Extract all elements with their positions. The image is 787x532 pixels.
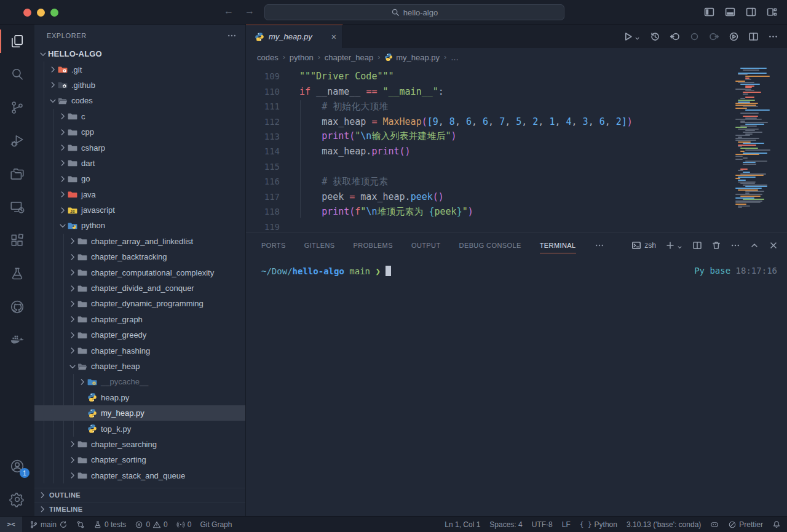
tree-item-chapter_divide_and_conquer[interactable]: chapter_divide_and_conquer — [34, 280, 245, 296]
activity-explorer[interactable] — [0, 25, 34, 58]
tree-item-chapter_dynamic_programming[interactable]: chapter_dynamic_programming — [34, 296, 245, 311]
status-indentation[interactable]: Spaces: 4 — [489, 520, 522, 529]
panel-tabs-more-icon[interactable] — [595, 240, 604, 250]
tree-item-chapter_backtracking[interactable]: chapter_backtracking — [34, 249, 245, 264]
tree-item-csharp[interactable]: csharp — [34, 140, 245, 155]
status-copilot[interactable] — [710, 520, 719, 529]
status-tests[interactable]: 0 tests — [93, 520, 126, 529]
layout-customize-icon[interactable] — [767, 7, 777, 17]
tree-item-dart[interactable]: dart — [34, 156, 245, 171]
new-terminal-button[interactable] — [665, 240, 683, 250]
layout-sidebar-left-icon[interactable] — [704, 7, 714, 17]
nav-forward-circle-button[interactable] — [709, 31, 719, 42]
tree-item-codes[interactable]: codes — [34, 93, 245, 108]
nav-back-circle-button[interactable] — [670, 31, 680, 42]
activity-remote-explorer[interactable] — [0, 191, 34, 224]
tree-item-chapter_hashing[interactable]: chapter_hashing — [34, 343, 245, 358]
status-eol[interactable]: LF — [562, 520, 571, 529]
status-git-graph[interactable]: Git Graph — [200, 520, 232, 529]
tree-item-.git[interactable]: .git — [34, 62, 245, 77]
tree-item-my_heap.py[interactable]: my_heap.py — [34, 405, 245, 421]
remote-indicator[interactable]: >< — [0, 517, 22, 532]
activity-github[interactable] — [0, 290, 34, 324]
tree-item-heap.py[interactable]: heap.py — [34, 390, 245, 405]
close-panel-button[interactable] — [769, 240, 778, 250]
activity-source-control[interactable] — [0, 91, 34, 124]
status-problems[interactable]: 00 — [135, 520, 167, 529]
panel-tab-problems[interactable]: PROBLEMS — [354, 233, 393, 258]
close-window-button[interactable] — [23, 9, 31, 17]
terminal-content[interactable]: ~/Dow/hello-algo main ❯ Py base 18:17:16 — [246, 258, 787, 516]
minimap[interactable] — [735, 68, 781, 209]
status-git-branch[interactable]: main — [30, 520, 68, 529]
status-prettier[interactable]: Prettier — [728, 520, 763, 529]
tab-my-heap-py[interactable]: my_heap.py × — [246, 25, 343, 48]
activity-run-debug[interactable] — [0, 124, 34, 157]
status-encoding[interactable]: UTF-8 — [532, 520, 553, 529]
sidebar-section-timeline[interactable]: TIMELINE — [34, 502, 245, 516]
maximize-window-button[interactable] — [50, 9, 58, 17]
command-center-search[interactable]: hello-algo — [264, 4, 564, 20]
split-terminal-button[interactable] — [692, 240, 702, 250]
tree-item-__pycache__[interactable]: __pycache__ — [34, 374, 245, 389]
activity-extensions[interactable] — [0, 224, 34, 257]
kill-terminal-button[interactable] — [711, 240, 721, 250]
tree-item-chapter_stack_and_queue[interactable]: chapter_stack_and_queue — [34, 468, 245, 483]
panel-tab-gitlens[interactable]: GITLENS — [304, 233, 335, 258]
tree-item-go[interactable]: go — [34, 171, 245, 186]
more-actions-button[interactable] — [768, 31, 778, 42]
activity-search[interactable] — [0, 58, 34, 91]
activity-folder-library[interactable] — [0, 157, 34, 191]
run-python-file-button[interactable] — [623, 31, 641, 42]
tree-item-chapter_heap[interactable]: chapter_heap — [34, 359, 245, 374]
activity-docker[interactable] — [0, 324, 34, 357]
run-or-debug-button[interactable] — [729, 31, 739, 42]
status-language-mode[interactable]: { }Python — [580, 520, 617, 529]
tree-item-chapter_graph[interactable]: chapter_graph — [34, 312, 245, 327]
tree-item-c[interactable]: c — [34, 109, 245, 124]
minimize-window-button[interactable] — [37, 9, 45, 17]
breadcrumb-item-chapter_heap[interactable]: chapter_heap — [325, 53, 374, 62]
tree-item-HELLO-ALGO[interactable]: HELLO-ALGO — [34, 46, 245, 62]
breadcrumb-item-codes[interactable]: codes — [257, 53, 279, 62]
terminal-shell-selector[interactable]: zsh — [631, 240, 656, 250]
tree-item-chapter_greedy[interactable]: chapter_greedy — [34, 327, 245, 343]
split-editor-button[interactable] — [748, 31, 759, 42]
breadcrumb-item-python[interactable]: python — [290, 53, 314, 62]
nav-current-circle-button[interactable] — [689, 31, 700, 42]
tree-item-python[interactable]: python — [34, 218, 245, 233]
tree-item-java[interactable]: java — [34, 187, 245, 202]
tree-item-chapter_sorting[interactable]: chapter_sorting — [34, 452, 245, 467]
tree-item-top_k.py[interactable]: top_k.py — [34, 421, 245, 436]
tree-item-javascript[interactable]: JSjavascript — [34, 202, 245, 218]
status-cursor-position[interactable]: Ln 1, Col 1 — [445, 520, 480, 529]
activity-settings[interactable] — [0, 483, 34, 516]
status-python-interpreter[interactable]: 3.10.13 ('base': conda) — [627, 520, 701, 529]
layout-sidebar-right-icon[interactable] — [746, 7, 756, 17]
tree-item-chapter_searching[interactable]: chapter_searching — [34, 437, 245, 452]
panel-tab-debug-console[interactable]: DEBUG CONSOLE — [459, 233, 521, 258]
status-git-compare[interactable] — [76, 520, 85, 529]
back-arrow-icon[interactable]: ← — [223, 6, 235, 17]
tree-item-chapter_computational_complexity[interactable]: chapter_computational_complexity — [34, 264, 245, 280]
tree-item-cpp[interactable]: cpp — [34, 124, 245, 140]
panel-tab-output[interactable]: OUTPUT — [411, 233, 441, 258]
forward-arrow-icon[interactable]: → — [243, 6, 256, 17]
tree-item-chapter_array_and_linkedlist[interactable]: chapter_array_and_linkedlist — [34, 234, 245, 249]
explorer-more-actions-icon[interactable] — [227, 31, 237, 41]
layout-panel-icon[interactable] — [725, 7, 735, 17]
sidebar-section-outline[interactable]: OUTLINE — [34, 488, 245, 502]
panel-tab-terminal[interactable]: TERMINAL — [540, 233, 576, 258]
close-tab-icon[interactable]: × — [331, 32, 336, 42]
code-editor[interactable]: 109"""Driver Code"""110if __name__ == "_… — [246, 66, 787, 232]
maximize-panel-button[interactable] — [749, 240, 759, 250]
timeline-history-button[interactable] — [650, 31, 660, 42]
status-notifications[interactable] — [772, 520, 781, 529]
activity-accounts[interactable]: 1 — [0, 450, 34, 483]
breadcrumb-item-my_heap.py[interactable]: my_heap.py — [384, 53, 440, 62]
panel-more-actions-button[interactable] — [730, 240, 740, 250]
activity-testing[interactable] — [0, 257, 34, 290]
breadcrumb-item-[interactable]: … — [451, 53, 459, 62]
tree-item-.github[interactable]: .github — [34, 77, 245, 93]
status-ports[interactable]: 0 — [176, 520, 192, 529]
